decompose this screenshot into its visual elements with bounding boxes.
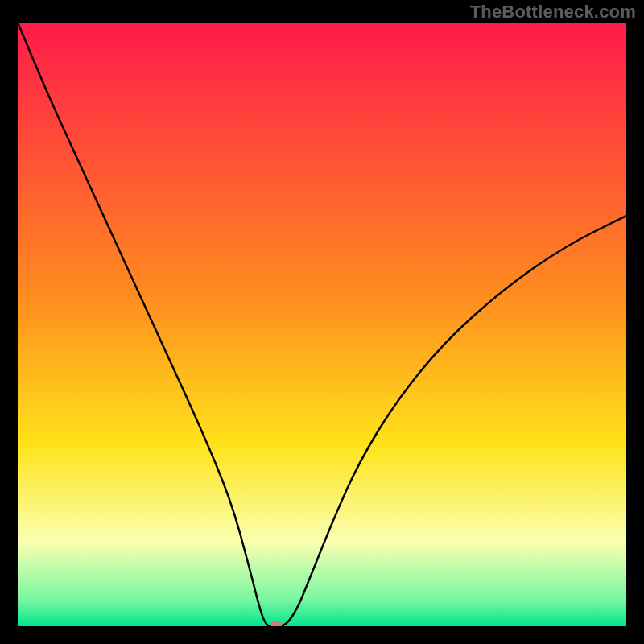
chart-background <box>18 23 626 626</box>
chart-plot-area <box>18 23 626 626</box>
watermark-text: TheBottleneck.com <box>470 2 636 23</box>
chart-svg <box>18 23 626 626</box>
chart-frame: TheBottleneck.com <box>0 0 644 644</box>
